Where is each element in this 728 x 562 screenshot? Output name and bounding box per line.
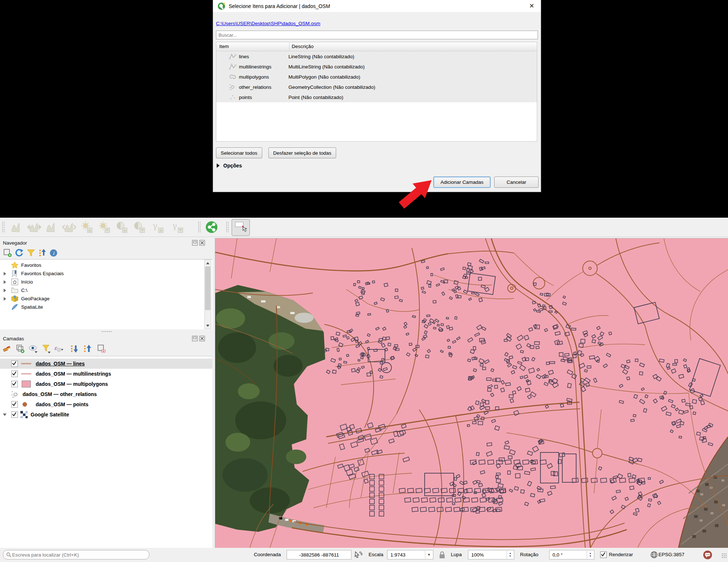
select-all-button[interactable]: Selecionar todos xyxy=(216,147,262,158)
table-row[interactable]: multilinestrings MultiLineString (Não co… xyxy=(216,62,537,72)
expand-icon[interactable] xyxy=(4,289,6,292)
brightness-decrease-icon[interactable] xyxy=(97,220,111,234)
add-layer-icon[interactable] xyxy=(3,248,12,258)
resize-grip[interactable] xyxy=(721,553,727,558)
table-row[interactable]: other_relations GeometryCollection (Não … xyxy=(216,82,537,92)
layer-row-lines[interactable]: dados_OSM — lines xyxy=(0,359,212,369)
manage-map-themes-icon[interactable] xyxy=(28,344,38,353)
lock-icon[interactable] xyxy=(439,551,445,559)
close-panel-icon[interactable] xyxy=(199,336,205,341)
close-icon[interactable]: ✕ xyxy=(527,2,536,10)
checkbox-checked[interactable] xyxy=(11,411,18,418)
properties-info-icon[interactable]: i xyxy=(49,248,58,258)
options-expander[interactable]: Opções xyxy=(217,163,242,169)
render-checkbox[interactable] xyxy=(600,551,607,558)
layer-row-google-satellite[interactable]: Google Satellite xyxy=(0,409,212,420)
column-item[interactable]: Item xyxy=(216,42,290,51)
file-path-link[interactable]: C:\Users\USER\Desktop\SHP\dados_OSM.osm xyxy=(216,21,320,26)
checkbox-checked[interactable] xyxy=(11,360,18,367)
search-input[interactable] xyxy=(216,31,538,39)
contrast-increase-icon[interactable] xyxy=(114,220,129,234)
expand-icon[interactable] xyxy=(4,272,6,276)
browser-item-spatialite[interactable]: SpatiaLite xyxy=(0,303,212,311)
checkbox-checked[interactable] xyxy=(11,381,18,387)
scrollbar-thumb[interactable] xyxy=(205,266,210,310)
browser-item-inicio[interactable]: Início xyxy=(0,278,212,286)
filter-browser-icon[interactable] xyxy=(26,248,36,258)
full-histogram-stretch-icon[interactable] xyxy=(27,220,42,234)
multiline-geometry-icon xyxy=(229,63,237,70)
filter-legend-icon[interactable] xyxy=(42,344,51,353)
toolbar-drag-handle[interactable] xyxy=(226,221,229,233)
refresh-icon[interactable] xyxy=(15,248,24,258)
table-row[interactable]: points Point (Não contabilizado) xyxy=(216,92,537,102)
coordinate-box[interactable]: -3882586 -887611 xyxy=(287,550,351,559)
column-desc[interactable]: Descrição xyxy=(290,42,314,51)
brightness-increase-icon[interactable] xyxy=(79,220,94,234)
scroll-up-icon[interactable] xyxy=(205,260,211,266)
browser-item-geopackage[interactable]: GeoPackage xyxy=(0,294,212,303)
layer-row-other-relations[interactable]: dados_OSM — other_relations xyxy=(0,389,212,399)
toolbar-drag-handle[interactable] xyxy=(2,221,5,233)
expand-icon[interactable] xyxy=(4,280,6,284)
expand-icon[interactable] xyxy=(4,297,6,301)
float-panel-icon[interactable] xyxy=(192,240,198,246)
messages-bubble-icon[interactable] xyxy=(703,550,712,559)
share-plugin-icon[interactable] xyxy=(205,221,218,233)
layer-row-points[interactable]: dados_OSM — points xyxy=(0,399,212,409)
full-cumulative-stretch-icon[interactable] xyxy=(62,220,76,234)
collapse-all-icon[interactable] xyxy=(83,344,93,353)
geopackage-icon xyxy=(11,295,19,302)
gamma-increase-icon[interactable]: γ xyxy=(150,220,165,234)
toolbar-drag-handle[interactable] xyxy=(198,221,201,233)
table-row[interactable]: multipolygons MultiPolygon (Não contabil… xyxy=(216,72,537,82)
float-panel-icon[interactable] xyxy=(192,336,198,341)
collapse-icon[interactable] xyxy=(3,413,7,416)
browser-item-c-drive[interactable]: C:\ xyxy=(0,286,212,294)
extents-toggle-icon[interactable] xyxy=(354,551,363,559)
add-group-icon[interactable] xyxy=(15,344,25,353)
locator-input[interactable] xyxy=(11,552,146,558)
magnifier-spinbox[interactable]: 100% ▲▼ xyxy=(468,550,514,559)
layer-row-multilinestrings[interactable]: dados_OSM — multilinestrings xyxy=(0,369,212,379)
spinner-arrows-icon[interactable]: ▲▼ xyxy=(507,551,513,559)
layer-styling-icon[interactable] xyxy=(2,344,12,353)
table-row[interactable]: lines LineString (Não contabilizado) xyxy=(216,51,537,62)
contrast-decrease-icon[interactable] xyxy=(132,220,146,234)
home-icon xyxy=(11,278,19,286)
scroll-down-icon[interactable] xyxy=(205,322,211,329)
rotation-spinbox[interactable]: 0,0 ° ▲▼ xyxy=(549,550,594,559)
globe-crs-icon[interactable] xyxy=(650,551,658,558)
geometrycollection-icon xyxy=(11,390,20,398)
local-cumulative-stretch-icon[interactable] xyxy=(44,220,59,234)
cancel-button[interactable]: Cancelar xyxy=(494,177,539,188)
table-header[interactable]: Item Descrição xyxy=(216,42,537,51)
line-geometry-icon xyxy=(229,53,237,60)
browser-item-favoritos-espaciais[interactable]: Favoritos Espaciais xyxy=(0,269,212,278)
checkbox-checked[interactable] xyxy=(11,371,18,377)
map-tips-button[interactable] xyxy=(232,219,250,236)
panel-splitter[interactable] xyxy=(0,329,213,333)
browser-item-favoritos[interactable]: Favoritos xyxy=(0,261,212,269)
add-layers-button[interactable]: Adicionar Camadas xyxy=(433,177,491,188)
locator-box[interactable] xyxy=(3,550,149,559)
browser-scrollbar[interactable] xyxy=(204,260,211,329)
crs-indicator[interactable]: EPSG:3857 xyxy=(658,552,684,557)
close-panel-icon[interactable] xyxy=(199,240,205,246)
remove-layer-icon[interactable] xyxy=(97,344,106,353)
gamma-decrease-icon[interactable]: γ xyxy=(170,220,185,234)
checkbox-checked[interactable] xyxy=(11,401,18,408)
map-canvas[interactable] xyxy=(215,238,728,548)
deselect-all-button[interactable]: Desfazer seleção de todas xyxy=(268,147,336,158)
qgis-main-window: γ γ Navegador i Favoritos Favo xyxy=(0,218,728,562)
collapse-tree-icon[interactable] xyxy=(38,248,47,258)
layer-row-multipolygons[interactable]: dados_OSM — multipolygons xyxy=(0,379,212,389)
scale-combo[interactable]: 1:9743 ▼ xyxy=(387,550,433,559)
spinner-arrows-icon[interactable]: ▲▼ xyxy=(587,551,594,559)
local-histogram-stretch-icon[interactable] xyxy=(9,220,24,234)
dialog-title: Selecione Itens para Adicionar | dados_O… xyxy=(229,3,330,9)
expand-all-icon[interactable] xyxy=(70,344,79,353)
filter-expression-icon[interactable]: ε xyxy=(54,344,63,353)
point-geometry-icon xyxy=(229,94,237,101)
chevron-down-icon[interactable]: ▼ xyxy=(425,551,433,559)
